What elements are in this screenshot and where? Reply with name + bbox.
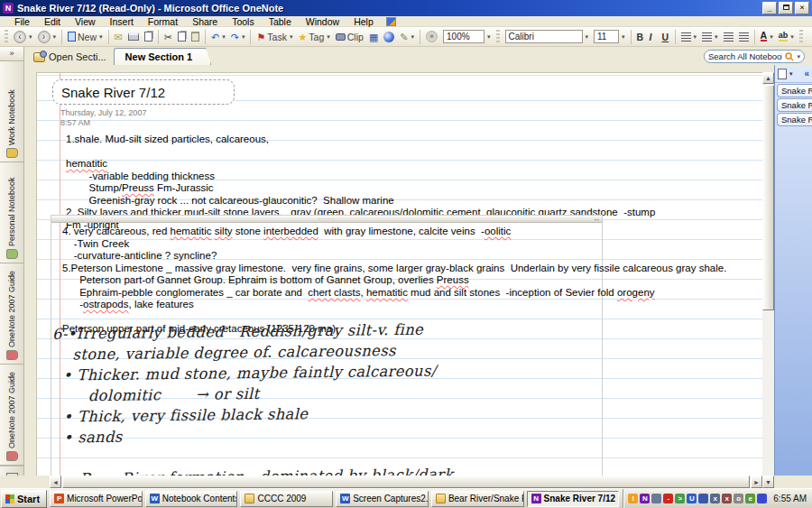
note-line[interactable]: Peterson part-of Gannet Group. Ephraim i… [62, 274, 595, 287]
email-button[interactable]: ✉ [112, 31, 125, 43]
open-sections-button[interactable]: Open Secti... [24, 51, 114, 65]
collapse-page-tabs-button[interactable]: « [804, 69, 809, 79]
tag-button[interactable]: ★Tag [295, 31, 332, 43]
search-input[interactable]: Search All Notebooks ▾ [704, 50, 805, 63]
onenote-app-icon[interactable]: N [3, 3, 14, 14]
numbering-button[interactable] [699, 32, 721, 42]
scroll-down-button[interactable]: ▼ [762, 476, 774, 488]
horizontal-scrollbar[interactable]: ◄ ► [50, 476, 762, 488]
clip-button[interactable]: Clip [333, 31, 366, 43]
note-line[interactable]: -curvature-anticline ? syncline? [62, 250, 595, 263]
menu-item[interactable]: File [7, 16, 37, 27]
onenote-tray-icon[interactable]: N [640, 494, 650, 503]
search-scope-dropdown-icon[interactable]: ▾ [797, 53, 800, 60]
vertical-scrollbar[interactable]: ▲ [762, 72, 774, 476]
font-name-select[interactable]: Calibri [503, 29, 592, 44]
new-page-button[interactable] [778, 69, 787, 79]
battery-icon[interactable] [757, 494, 767, 503]
note-line[interactable]: 4. very calcareous, red hematitic silty … [62, 226, 595, 238]
connection-error-icon[interactable]: x [722, 494, 732, 503]
minimize-button[interactable]: _ [762, 2, 777, 14]
network-icon[interactable] [698, 494, 708, 503]
updates-icon[interactable]: > [675, 494, 685, 503]
taskbar-task-button[interactable]: W Screen Captures2.doc ... [336, 491, 429, 507]
search-icon[interactable] [785, 52, 794, 61]
menu-item[interactable]: Share [185, 16, 225, 27]
highlight-button[interactable]: ab [776, 31, 797, 42]
note-line[interactable]: Greenish-gray rock ... not calcareous-gl… [66, 195, 752, 208]
menu-item[interactable]: Format [141, 16, 185, 27]
copy-button[interactable] [175, 31, 189, 42]
section-tab-new-section-1[interactable]: New Section 1 [114, 48, 212, 65]
scroll-up-button[interactable]: ▲ [762, 72, 774, 84]
font-color-button[interactable]: A [758, 31, 776, 42]
note-line[interactable]: -ostrapods, lake features [62, 299, 595, 311]
menu-item[interactable]: Help [346, 16, 381, 27]
note-line[interactable]: Ephraim-pebble conglomerates _ car borat… [62, 287, 595, 300]
menu-item[interactable]: Edit [37, 16, 68, 27]
note-line[interactable]: -Twin Creek [62, 238, 595, 251]
new-page-dropdown-icon[interactable]: ▾ [789, 70, 793, 78]
bold-button[interactable]: B [634, 31, 647, 43]
decrease-indent-button[interactable] [721, 32, 736, 42]
toolbar-grip[interactable] [5, 30, 8, 44]
note-container-grab-bar[interactable]: ····· ↔ [51, 216, 602, 223]
taskbar-task-button[interactable]: Bear River/Snake River [431, 491, 524, 507]
note-line[interactable]: hematitic [66, 158, 752, 171]
zoom-select[interactable]: 100% [440, 29, 494, 44]
taskbar-task-button[interactable]: W Notebook Contents List... [145, 491, 238, 507]
notebook-tab[interactable]: OneNote 2007 Guide [0, 263, 23, 365]
handwritten-ink-block[interactable]: 6-•Irregularly bedded Reddish/gray silt-… [52, 317, 595, 489]
horizontal-scroll-thumb[interactable] [62, 476, 750, 488]
start-button[interactable]: Start [1, 490, 47, 508]
pen-button[interactable]: ✎ [397, 31, 417, 43]
blocked-icon[interactable]: - [663, 494, 673, 503]
menu-item[interactable]: Tools [225, 16, 262, 27]
cut-button[interactable]: ✂ [161, 31, 175, 43]
note-line[interactable] [66, 146, 752, 159]
page-title-box[interactable]: Snake River 7/12 [52, 79, 235, 105]
font-size-select[interactable]: 11 [591, 29, 628, 44]
page-canvas[interactable]: Snake River 7/12 Thursday, July 12, 2007… [36, 72, 762, 476]
audio-record-button[interactable]: ● [423, 30, 440, 43]
page-tab[interactable]: Snake R [777, 113, 812, 126]
help-panel-icon[interactable] [386, 17, 396, 26]
antivirus-icon[interactable]: e [745, 494, 755, 503]
page-tab[interactable]: Snake R [777, 98, 812, 112]
print-button[interactable] [125, 32, 142, 42]
toolbar-grip[interactable] [799, 30, 803, 44]
menu-item[interactable]: View [68, 16, 103, 27]
vertical-scroll-thumb[interactable] [762, 85, 774, 310]
menu-item[interactable]: Insert [103, 16, 141, 27]
forward-button[interactable]: › [35, 30, 60, 44]
task-button[interactable]: ⚑Task [254, 31, 295, 43]
note-line[interactable]: 5.Peterson Limestone _ massive gray lime… [62, 263, 595, 275]
expand-navbar-button[interactable]: » [0, 47, 23, 61]
bullets-button[interactable] [678, 32, 700, 42]
underline-button[interactable]: U [660, 31, 672, 43]
scroll-right-button[interactable]: ► [751, 476, 762, 488]
menu-item[interactable]: Table [262, 16, 299, 27]
close-button[interactable]: × [795, 2, 809, 14]
sync-icon[interactable]: o [734, 494, 743, 503]
network-error-icon[interactable]: x [710, 494, 720, 503]
paste-button[interactable] [189, 31, 202, 42]
print-preview-button[interactable] [142, 31, 155, 42]
resize-handle-icon[interactable]: ↔ [593, 216, 600, 223]
undo-button[interactable]: ↶ [208, 31, 228, 43]
taskbar-task-button[interactable]: P Microsoft PowerPoint - ... [50, 491, 143, 507]
note-line[interactable]: Stump/Preuss Fm-Jurassic [66, 182, 752, 195]
new-button[interactable]: New [65, 31, 106, 43]
research-button[interactable] [381, 31, 397, 43]
italic-button[interactable]: I [647, 31, 660, 43]
alert-icon[interactable]: ! [628, 494, 638, 503]
back-button[interactable]: ‹ [11, 30, 35, 44]
display-icon[interactable] [651, 494, 661, 503]
page-tab[interactable]: Snake R [777, 84, 812, 97]
notebook-tab[interactable]: Work Notebook [0, 61, 23, 162]
restore-button[interactable] [779, 2, 793, 14]
menu-item[interactable]: Window [299, 16, 346, 27]
taskbar-task-button[interactable]: CCCC 2009 [240, 491, 333, 507]
insert-table-button[interactable]: ▦ [366, 31, 381, 43]
scroll-left-button[interactable]: ◄ [50, 476, 61, 488]
